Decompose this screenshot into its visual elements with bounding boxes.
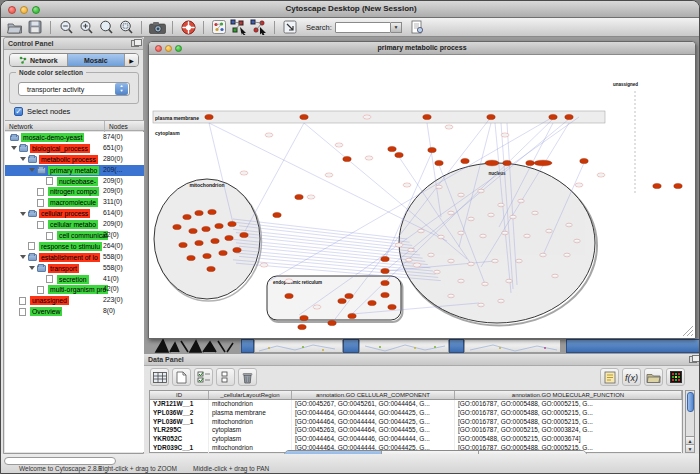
tree-row[interactable]: secretion41(0) bbox=[5, 274, 144, 285]
scroll-up-arrow[interactable]: ▲ bbox=[686, 436, 694, 444]
network-canvas[interactable]: plasma membranecytoplasmunassignedmitoch… bbox=[149, 55, 695, 338]
new-attribute-button[interactable] bbox=[172, 368, 191, 386]
network-delete-button[interactable] bbox=[249, 19, 269, 36]
network-node[interactable] bbox=[195, 210, 203, 215]
network-node[interactable] bbox=[328, 320, 336, 325]
tab-network[interactable]: Network bbox=[10, 54, 68, 66]
zoom-in-button[interactable] bbox=[76, 19, 96, 36]
vizmapper-button[interactable] bbox=[209, 19, 229, 36]
background-window[interactable] bbox=[359, 339, 449, 353]
background-window[interactable] bbox=[343, 339, 359, 353]
tree-row[interactable]: establishment of lo558(0) bbox=[5, 252, 144, 263]
tree-row[interactable]: transport558(0) bbox=[5, 263, 144, 274]
network-node[interactable] bbox=[674, 183, 682, 188]
tree-row[interactable]: nitrogen compo209(0) bbox=[5, 186, 144, 197]
delete-attribute-button[interactable] bbox=[238, 368, 257, 386]
network-node[interactable] bbox=[195, 240, 203, 245]
network-node[interactable] bbox=[381, 292, 389, 297]
attribute-table-button[interactable] bbox=[150, 368, 169, 386]
tree-row[interactable]: unassigned223(0) bbox=[5, 295, 144, 306]
network-node[interactable] bbox=[381, 280, 389, 285]
zoom-fit-button[interactable] bbox=[96, 19, 116, 36]
network-node[interactable] bbox=[348, 313, 356, 318]
network-node[interactable] bbox=[388, 304, 396, 309]
snapshot-button[interactable] bbox=[147, 19, 167, 36]
network-node[interactable] bbox=[381, 256, 389, 261]
column-header[interactable]: ID bbox=[150, 391, 209, 399]
table-row[interactable]: YPL036W__1mitochondrion[GO:0044464, GO:0… bbox=[150, 418, 682, 427]
network-node[interactable] bbox=[395, 152, 403, 157]
resize-grip[interactable] bbox=[691, 334, 693, 336]
more-tabs-arrow-icon[interactable]: ▶ bbox=[125, 54, 138, 66]
network-node[interactable] bbox=[215, 223, 223, 228]
formula-button[interactable]: f(x) bbox=[622, 368, 641, 386]
network-node[interactable] bbox=[203, 253, 211, 258]
network-node[interactable] bbox=[485, 160, 499, 166]
float-panel-icon[interactable] bbox=[131, 40, 139, 47]
column-header[interactable]: annotation.GO MOLECULAR_FUNCTION bbox=[455, 391, 682, 399]
tree-row[interactable]: metabolic process280(0) bbox=[5, 154, 144, 165]
mitochondrion-region[interactable] bbox=[154, 179, 260, 299]
background-window[interactable] bbox=[241, 339, 254, 353]
network-node[interactable] bbox=[183, 214, 191, 219]
network-node[interactable] bbox=[428, 147, 436, 152]
expander-icon[interactable] bbox=[20, 157, 26, 161]
tree-row[interactable]: cell communicat22(0) bbox=[5, 230, 144, 241]
expander-icon[interactable] bbox=[20, 212, 26, 216]
network-node[interactable] bbox=[273, 212, 281, 217]
tree-row[interactable]: cellular process614(0) bbox=[5, 208, 144, 219]
app-titlebar[interactable]: Cytoscape Desktop (New Session) bbox=[1, 1, 700, 18]
network-node[interactable] bbox=[300, 315, 308, 320]
network-node[interactable] bbox=[338, 298, 346, 303]
float-panel-icon[interactable] bbox=[689, 356, 697, 363]
save-session-button[interactable] bbox=[25, 19, 45, 36]
network-node[interactable] bbox=[240, 232, 248, 237]
search-config-button[interactable] bbox=[408, 19, 428, 36]
table-row[interactable]: YKR052Ccytoplasm[GO:0044464, GO:0044446,… bbox=[150, 435, 682, 444]
network-node[interactable] bbox=[503, 160, 511, 165]
network-node[interactable] bbox=[295, 194, 303, 199]
search-dropdown-arrow[interactable]: ▼ bbox=[391, 22, 402, 33]
attribute-report-button[interactable] bbox=[600, 368, 619, 386]
expander-icon[interactable] bbox=[11, 146, 17, 150]
network-node[interactable] bbox=[211, 238, 219, 243]
tree-row[interactable]: mosaic-demo-yeast874(0) bbox=[5, 132, 144, 143]
network-node[interactable] bbox=[549, 114, 557, 119]
unselect-attributes-button[interactable] bbox=[216, 368, 235, 386]
select-attributes-button[interactable] bbox=[194, 368, 213, 386]
network-node[interactable] bbox=[565, 114, 573, 119]
select-nodes-checkbox[interactable]: ✓ bbox=[14, 107, 23, 116]
network-node[interactable] bbox=[423, 114, 431, 119]
nucleus-region[interactable] bbox=[399, 163, 595, 323]
network-node[interactable] bbox=[487, 114, 495, 119]
search-input[interactable] bbox=[335, 22, 391, 33]
network-node[interactable] bbox=[219, 250, 227, 255]
expander-icon[interactable] bbox=[20, 255, 26, 259]
tree-row[interactable]: cellular metabo209(0) bbox=[5, 219, 144, 230]
tree-row[interactable]: nucleobase-209(0) bbox=[5, 176, 144, 187]
expander-icon[interactable] bbox=[29, 168, 35, 172]
network-node[interactable] bbox=[300, 114, 308, 119]
tree-row[interactable]: macromolecule311(0) bbox=[5, 197, 144, 208]
network-node[interactable] bbox=[534, 160, 552, 166]
matrix-button[interactable] bbox=[666, 368, 685, 386]
plasma-membrane-region[interactable] bbox=[153, 111, 605, 123]
network-node[interactable] bbox=[343, 156, 351, 161]
network-node[interactable] bbox=[208, 209, 216, 214]
tab-mosaic[interactable]: Mosaic bbox=[68, 54, 126, 66]
network-window-titlebar[interactable]: primary metabolic process bbox=[149, 42, 695, 55]
network-node[interactable] bbox=[653, 183, 661, 188]
network-node[interactable] bbox=[388, 146, 396, 151]
network-node[interactable] bbox=[228, 221, 236, 226]
network-node[interactable] bbox=[526, 160, 534, 165]
network-node[interactable] bbox=[225, 235, 233, 240]
import-attributes-button[interactable] bbox=[644, 368, 663, 386]
column-header[interactable]: annotation.GO CELLULAR_COMPONENT bbox=[292, 391, 455, 399]
table-row[interactable]: YLR295Ccytoplasm[GO:0045263, GO:0044464,… bbox=[150, 426, 682, 435]
table-scrollbar[interactable]: ▲ ▼ bbox=[685, 390, 695, 453]
network-node[interactable] bbox=[298, 324, 306, 329]
tree-row[interactable]: primary metabo209(... bbox=[5, 165, 144, 176]
background-window[interactable] bbox=[449, 339, 464, 353]
tree-row[interactable]: Overview8(0) bbox=[5, 306, 144, 317]
network-node[interactable] bbox=[179, 242, 187, 247]
